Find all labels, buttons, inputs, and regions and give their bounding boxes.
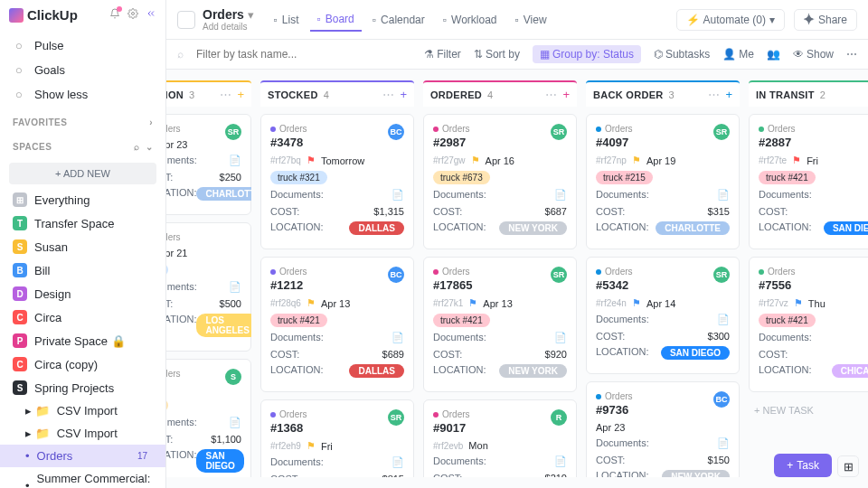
tag[interactable]: truck #673: [433, 171, 490, 184]
add-new-button[interactable]: + ADD NEW: [9, 163, 156, 184]
gear-icon[interactable]: [127, 8, 138, 22]
document-icon[interactable]: 📄: [229, 281, 241, 294]
plus-icon[interactable]: +: [237, 88, 244, 101]
location-pill[interactable]: NEW YORK: [499, 221, 567, 235]
more-icon[interactable]: ⋯: [545, 88, 557, 101]
list-item[interactable]: •Summer Commercial: Phase 1: [0, 467, 165, 488]
avatar[interactable]: SR: [713, 267, 730, 283]
location-pill[interactable]: CHARLOTTE: [656, 221, 730, 235]
avatar[interactable]: S: [225, 369, 241, 385]
document-icon[interactable]: 📄: [554, 189, 567, 202]
document-icon[interactable]: 📄: [554, 455, 567, 468]
bell-icon[interactable]: [109, 8, 120, 22]
document-icon[interactable]: 📄: [717, 189, 730, 202]
location-pill[interactable]: NEW YORK: [499, 364, 567, 378]
location-pill[interactable]: CHARLOTTE: [196, 187, 251, 201]
document-icon[interactable]: 📄: [392, 456, 404, 469]
document-icon[interactable]: 📄: [392, 332, 404, 344]
list-item[interactable]: •Orders17: [0, 445, 165, 467]
task-card[interactable]: Orders #1368 SR #rf2eh9⚑Fri Documents:📄 …: [260, 399, 414, 477]
tag[interactable]: 73: [166, 399, 168, 412]
tag[interactable]: truck #321: [270, 171, 327, 184]
task-card[interactable]: Orders S Mon 73 Documents:📄 COST:$1,100 …: [166, 359, 251, 477]
folder-item[interactable]: ▸ 📁CSV Import: [0, 399, 165, 422]
more-icon[interactable]: ⋯: [220, 88, 231, 101]
show-button[interactable]: 👁 Show: [793, 48, 834, 61]
task-card[interactable]: Orders #17865 SR #rf27k1⚑Apr 13 truck #4…: [423, 257, 577, 392]
space-circa--copy-[interactable]: CCirca (copy): [0, 352, 165, 376]
column-header[interactable]: IN TRANSIT2 ⋯+: [749, 80, 868, 107]
column-header[interactable]: STOCKED4 ⋯+: [260, 80, 414, 107]
tag[interactable]: truck #421: [759, 171, 816, 184]
space-circa[interactable]: CCirca: [0, 305, 165, 329]
document-icon[interactable]: 📄: [392, 189, 404, 202]
view-calendar[interactable]: ▫Calendar: [365, 8, 432, 32]
search-icon[interactable]: ⌕: [134, 142, 140, 152]
me-button[interactable]: 👤 Me: [722, 48, 754, 61]
flag-icon[interactable]: ⚑: [794, 297, 803, 309]
more-icon[interactable]: ⋯: [708, 88, 720, 101]
more-icon[interactable]: ⋯: [846, 48, 857, 61]
flag-icon[interactable]: ⚑: [468, 297, 477, 309]
task-card[interactable]: Orders #4097 SR #rf27np⚑Apr 19 truck #21…: [586, 114, 740, 249]
space-bill[interactable]: BBill: [0, 258, 165, 282]
view-workload[interactable]: ▫Workload: [436, 8, 505, 32]
flag-icon[interactable]: ⚑: [471, 155, 480, 166]
flag-icon[interactable]: ⚑: [632, 297, 641, 309]
sort-button[interactable]: ⇅ Sort by: [474, 48, 520, 61]
plus-icon[interactable]: +: [562, 88, 570, 101]
column-header[interactable]: BACK ORDER3 ⋯+: [586, 80, 740, 107]
document-icon[interactable]: 📄: [717, 314, 730, 326]
view-board[interactable]: ▫Board: [310, 8, 362, 32]
flag-icon[interactable]: ⚑: [792, 155, 801, 166]
tag[interactable]: truck #421: [270, 314, 327, 327]
column-header[interactable]: ORDERED4 ⋯+: [423, 80, 577, 107]
flag-icon[interactable]: ⚑: [307, 155, 316, 166]
location-pill[interactable]: SAN DIEGO: [196, 449, 243, 473]
avatar[interactable]: BC: [388, 267, 404, 283]
avatar[interactable]: SR: [713, 124, 730, 140]
space-transfer-space[interactable]: TTransfer Space: [0, 211, 165, 235]
flag-icon[interactable]: ⚑: [632, 155, 641, 166]
tag[interactable]: truck #421: [433, 314, 490, 327]
view-view[interactable]: ▫View: [508, 8, 554, 32]
avatar[interactable]: BC: [388, 124, 404, 140]
plus-icon[interactable]: +: [400, 88, 407, 101]
new-task-button[interactable]: + NEW TASK: [749, 399, 868, 421]
chevron-down-icon[interactable]: ⌄: [146, 142, 154, 152]
space-susan[interactable]: SSusan: [0, 235, 165, 258]
space-private-space---[interactable]: PPrivate Space 🔒: [0, 329, 165, 352]
sidebar-item-show-less[interactable]: ○Show less: [0, 82, 165, 107]
location-pill[interactable]: CHICAGO: [832, 364, 868, 378]
logo[interactable]: ClickUp: [9, 7, 78, 23]
document-icon[interactable]: 📄: [229, 155, 241, 167]
page-title[interactable]: Orders: [203, 7, 244, 22]
space-everything[interactable]: ⊞Everything: [0, 188, 165, 211]
avatar[interactable]: SR: [225, 124, 241, 140]
location-pill[interactable]: DALLAS: [349, 364, 404, 378]
column-header[interactable]: …CTION3 ⋯+: [166, 80, 251, 107]
apps-icon[interactable]: ⊞: [837, 455, 859, 477]
avatar[interactable]: SR: [551, 267, 567, 283]
tag[interactable]: 21: [166, 263, 168, 277]
location-pill[interactable]: LOS ANGELES: [196, 314, 251, 337]
list-color-icon[interactable]: [177, 11, 195, 29]
document-icon[interactable]: 📄: [717, 437, 730, 450]
location-pill[interactable]: SAN DIEGO: [661, 346, 730, 360]
avatar[interactable]: BC: [713, 391, 730, 408]
tag[interactable]: truck #215: [596, 171, 653, 184]
task-card[interactable]: Orders SR ⚑Apr 23 Documents:📄 COST:$250 …: [166, 114, 251, 215]
group-button[interactable]: ▦ Group by: Status: [533, 45, 641, 63]
task-card[interactable]: Orders #2987 SR #rf27gw⚑Apr 16 truck #67…: [423, 114, 577, 249]
document-icon[interactable]: 📄: [229, 417, 241, 429]
page-subtitle[interactable]: Add details: [203, 22, 254, 32]
more-icon[interactable]: ⋯: [382, 88, 394, 101]
space-spring-projects[interactable]: SSpring Projects: [0, 376, 165, 399]
plus-icon[interactable]: +: [725, 88, 732, 101]
task-card[interactable]: Orders #9017 R #rf2evbMon Documents:📄 CO…: [423, 399, 577, 477]
subtasks-button[interactable]: ⌬ Subtasks: [654, 48, 710, 61]
avatar[interactable]: SR: [551, 124, 567, 140]
assignees-icon[interactable]: 👥: [767, 48, 780, 61]
task-card[interactable]: Orders #2887 #rf27te⚑Fri truck #421 Docu…: [749, 114, 868, 249]
task-card[interactable]: Orders ⚑Apr 21 21 Documents:📄 COST:$500 …: [166, 222, 251, 352]
